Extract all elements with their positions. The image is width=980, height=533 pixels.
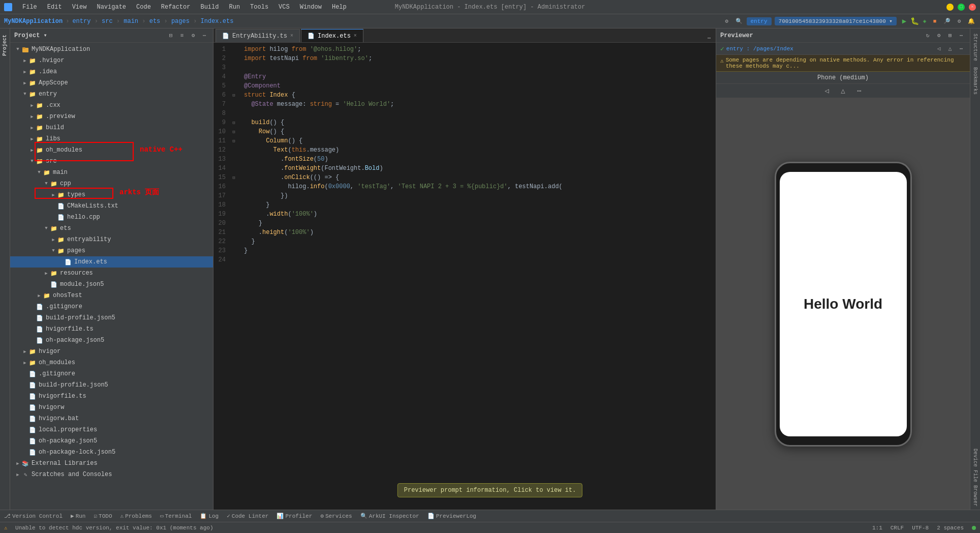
- tree-item-module-json[interactable]: ▶ 📄 module.json5: [10, 279, 213, 290]
- menu-help[interactable]: Help: [328, 3, 351, 12]
- tree-arrow-cpp[interactable]: ▼: [43, 181, 50, 186]
- menu-file[interactable]: File: [18, 3, 41, 12]
- arkui-inspector-btn[interactable]: 🔍 ArkUI Inspector: [360, 513, 419, 519]
- tree-item-src[interactable]: ▼ 📁 src: [10, 156, 213, 167]
- tree-item-libs[interactable]: ▶ 📁 libs: [10, 133, 213, 144]
- tree-item-build[interactable]: ▶ 📁 build: [10, 122, 213, 133]
- preview-more-btn[interactable]: ⋯: [957, 31, 966, 40]
- coverage-button[interactable]: ◈: [920, 17, 929, 26]
- breadcrumb-indexets[interactable]: Index.ets: [201, 18, 234, 25]
- tree-arrow-idea[interactable]: ▶: [21, 69, 28, 75]
- tree-item-build-profile-entry[interactable]: ▶ 📄 build-profile.json5: [10, 312, 213, 323]
- tree-item-idea[interactable]: ▶ 📁 .idea: [10, 66, 213, 77]
- menu-run[interactable]: Run: [225, 3, 244, 12]
- preview-more-device-btn[interactable]: ⋯: [853, 85, 866, 97]
- structure-tab[interactable]: Structure: [971, 31, 979, 64]
- tree-item-hello-cpp[interactable]: ▶ 📄 hello.cpp: [10, 212, 213, 223]
- toolbar-search-everywhere[interactable]: 🔎: [942, 17, 952, 26]
- tree-item-hvigorw-bat[interactable]: ▶ 📄 hvigorw.bat: [10, 413, 213, 424]
- preview-refresh-btn[interactable]: ↻: [923, 31, 932, 40]
- run-button[interactable]: ▶: [900, 17, 909, 26]
- run-btn[interactable]: ▶ Run: [71, 513, 85, 519]
- tooltip-popup[interactable]: Previewer prompt information, Click to v…: [397, 483, 583, 497]
- tree-item-cmakelists[interactable]: ▶ 📄 CMakeLists.txt: [10, 200, 213, 212]
- menu-build[interactable]: Build: [196, 3, 223, 12]
- settings-btn[interactable]: ⚙: [189, 31, 198, 40]
- tree-item-oh-modules-entry[interactable]: ▶ 📁 oh_modules: [10, 144, 213, 156]
- tree-arrow-src[interactable]: ▼: [28, 159, 36, 164]
- run-device[interactable]: 7001005458323933328a017ce1c43800 ▾: [775, 17, 897, 25]
- close-button[interactable]: ×: [969, 4, 976, 11]
- tree-item-pages[interactable]: ▼ 📁 pages: [10, 245, 213, 256]
- menu-vcs[interactable]: VCS: [274, 3, 294, 12]
- fold-marker-6[interactable]: ⊟: [230, 91, 238, 100]
- status-line-col[interactable]: 1:1: [872, 525, 882, 531]
- toolbar-settings-btn[interactable]: ⚙: [722, 17, 731, 26]
- terminal-btn[interactable]: ▭ Terminal: [160, 513, 192, 519]
- preview-inspect-btn[interactable]: ⊞: [945, 31, 955, 40]
- tree-item-external-libraries[interactable]: ▶ 📚 External Libraries: [10, 458, 213, 469]
- run-config-entry[interactable]: entry: [747, 17, 772, 25]
- tree-arrow-entry[interactable]: ▼: [21, 92, 28, 97]
- tree-item-scratches[interactable]: ▶ ✎ Scratches and Consoles: [10, 469, 213, 480]
- tree-arrow-ets[interactable]: ▼: [43, 226, 50, 231]
- menu-code[interactable]: Code: [132, 3, 155, 12]
- menu-refactor[interactable]: Refactor: [157, 3, 195, 12]
- menu-window[interactable]: Window: [296, 3, 326, 12]
- tree-arrow-root[interactable]: ▼: [14, 47, 21, 52]
- services-btn[interactable]: ⚙ Services: [320, 513, 352, 519]
- tree-item-hvigorfile-root[interactable]: ▶ 📄 hvigorfile.ts: [10, 391, 213, 402]
- preview-settings-btn[interactable]: ⚙: [934, 31, 943, 40]
- preview-nav-more[interactable]: ⋯: [957, 44, 966, 53]
- tree-arrow-resources[interactable]: ▶: [43, 271, 50, 276]
- tree-item-hvigorfile-entry[interactable]: ▶ 📄 hvigorfile.ts: [10, 323, 213, 335]
- tree-arrow-preview[interactable]: ▶: [28, 114, 36, 120]
- tree-arrow-ohostest[interactable]: ▶: [36, 293, 43, 299]
- menu-edit[interactable]: Edit: [43, 3, 66, 12]
- tree-item-cpp[interactable]: ▼ 📁 cpp: [10, 178, 213, 189]
- tree-item-oh-modules-root[interactable]: ▶ 📁 oh_modules: [10, 357, 213, 368]
- tree-arrow-hvigor-root[interactable]: ▶: [21, 349, 28, 354]
- editor-settings-btn[interactable]: ⋯: [705, 33, 714, 42]
- tree-item-hvigorw[interactable]: ▶ 📄 hvigorw: [10, 402, 213, 413]
- tree-arrow-appscope[interactable]: ▶: [21, 80, 28, 86]
- log-btn[interactable]: 📋 Log: [200, 513, 219, 519]
- tree-arrow-hvigor[interactable]: ▶: [21, 58, 28, 64]
- code-content[interactable]: import hilog from '@ohos.hilog'; import …: [240, 43, 716, 510]
- tree-item-ets[interactable]: ▼ 📁 ets: [10, 223, 213, 234]
- code-linter-btn[interactable]: ✓ Code Linter: [227, 513, 268, 519]
- tree-arrow-pages[interactable]: ▼: [50, 248, 57, 253]
- preview-nav-forward[interactable]: △: [945, 44, 955, 53]
- fold-marker-15[interactable]: ⊟: [230, 173, 238, 182]
- tree-arrow-cxx[interactable]: ▶: [28, 103, 36, 108]
- breadcrumb-entry[interactable]: entry: [72, 18, 90, 25]
- tree-item-types[interactable]: ▶ 📁 types: [10, 189, 213, 200]
- tree-item-local-properties[interactable]: ▶ 📄 local.properties: [10, 424, 213, 435]
- device-file-browser-tab[interactable]: Device File Browser: [971, 446, 979, 510]
- tree-arrow-oh-modules-entry[interactable]: ▶: [28, 147, 36, 153]
- previewer-log-btn[interactable]: 📄 PreviewerLog: [427, 513, 476, 519]
- preview-resize-btn[interactable]: △: [837, 85, 849, 97]
- tree-item-main[interactable]: ▼ 📁 main: [10, 167, 213, 178]
- fold-marker-11[interactable]: ⊟: [230, 136, 238, 145]
- tree-item-gitignore-entry[interactable]: ▶ 📄 .gitignore: [10, 301, 213, 312]
- fold-marker-10[interactable]: ⊟: [230, 127, 238, 136]
- preview-nav-back[interactable]: ◁: [934, 44, 943, 53]
- breadcrumb-src[interactable]: src: [102, 18, 113, 25]
- tree-arrow-main[interactable]: ▼: [36, 170, 43, 175]
- tree-item-indexets[interactable]: ▶ 📄 Index.ets: [10, 256, 213, 268]
- menu-navigate[interactable]: Navigate: [93, 3, 130, 12]
- tree-arrow-types[interactable]: ▶: [50, 192, 57, 198]
- maximize-button[interactable]: □: [958, 4, 965, 11]
- tree-item-oh-package-entry[interactable]: ▶ 📄 oh-package.json5: [10, 335, 213, 346]
- tree-item-hvigor[interactable]: ▶ 📁 .hvigor: [10, 55, 213, 66]
- tree-item-root[interactable]: ▼ MyNDKApplication: [10, 44, 213, 55]
- breadcrumb-main[interactable]: main: [124, 18, 138, 25]
- menu-view[interactable]: View: [68, 3, 91, 12]
- expand-btn[interactable]: ≡: [177, 31, 187, 40]
- panel-more-btn[interactable]: ⋯: [200, 31, 209, 40]
- tree-item-gitignore-root[interactable]: ▶ 📄 .gitignore: [10, 368, 213, 379]
- minimize-button[interactable]: −: [946, 4, 954, 11]
- app-name-btn[interactable]: MyNDKApplication: [4, 18, 63, 25]
- stop-button[interactable]: ■: [930, 17, 939, 26]
